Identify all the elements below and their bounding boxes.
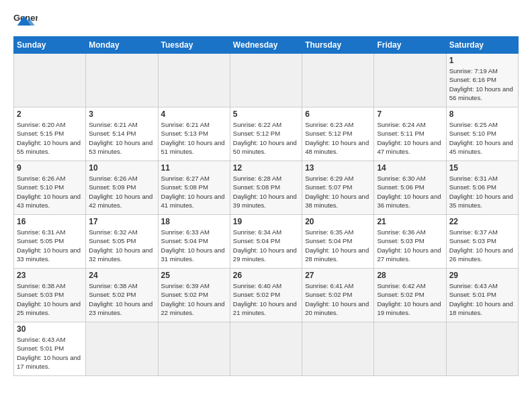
calendar-cell: 2Sunrise: 6:20 AMSunset: 5:15 PMDaylight… <box>14 107 86 161</box>
day-info: Sunrise: 6:39 AMSunset: 5:02 PMDaylight:… <box>161 281 227 317</box>
day-info: Sunrise: 6:26 AMSunset: 5:10 PMDaylight:… <box>17 174 83 210</box>
day-number: 9 <box>17 163 83 173</box>
calendar-cell: 11Sunrise: 6:27 AMSunset: 5:08 PMDayligh… <box>158 161 230 215</box>
calendar-cell: 9Sunrise: 6:26 AMSunset: 5:10 PMDaylight… <box>14 161 86 215</box>
day-number: 29 <box>449 271 515 280</box>
calendar-cell: 22Sunrise: 6:37 AMSunset: 5:03 PMDayligh… <box>446 215 518 269</box>
day-info: Sunrise: 6:43 AMSunset: 5:01 PMDaylight:… <box>17 335 83 371</box>
calendar-cell: 3Sunrise: 6:21 AMSunset: 5:14 PMDaylight… <box>86 107 158 161</box>
calendar-cell: 13Sunrise: 6:29 AMSunset: 5:07 PMDayligh… <box>302 161 374 215</box>
day-of-week-header: Wednesday <box>230 37 302 54</box>
calendar-cell: 24Sunrise: 6:38 AMSunset: 5:02 PMDayligh… <box>86 269 158 322</box>
day-info: Sunrise: 6:37 AMSunset: 5:03 PMDaylight:… <box>449 228 515 263</box>
day-of-week-header: Thursday <box>302 37 374 54</box>
day-info: Sunrise: 6:20 AMSunset: 5:15 PMDaylight:… <box>17 120 83 156</box>
day-info: Sunrise: 6:33 AMSunset: 5:04 PMDaylight:… <box>161 228 227 263</box>
day-info: Sunrise: 6:22 AMSunset: 5:12 PMDaylight:… <box>233 120 299 156</box>
day-number: 11 <box>161 163 227 173</box>
day-info: Sunrise: 6:43 AMSunset: 5:01 PMDaylight:… <box>449 281 515 317</box>
calendar-cell <box>302 54 374 107</box>
calendar-cell <box>230 54 302 107</box>
day-number: 3 <box>89 109 154 119</box>
day-info: Sunrise: 6:32 AMSunset: 5:05 PMDaylight:… <box>89 228 154 263</box>
calendar-cell <box>302 322 374 376</box>
day-info: Sunrise: 6:36 AMSunset: 5:03 PMDaylight:… <box>377 228 443 263</box>
calendar-cell: 30Sunrise: 6:43 AMSunset: 5:01 PMDayligh… <box>14 322 86 376</box>
day-number: 10 <box>89 163 154 173</box>
day-number: 23 <box>17 271 83 280</box>
day-info: Sunrise: 6:31 AMSunset: 5:05 PMDaylight:… <box>17 228 83 263</box>
day-info: Sunrise: 6:35 AMSunset: 5:04 PMDaylight:… <box>305 228 371 263</box>
day-info: Sunrise: 6:21 AMSunset: 5:14 PMDaylight:… <box>89 120 154 156</box>
day-of-week-header: Monday <box>86 37 158 54</box>
day-number: 8 <box>449 109 515 119</box>
calendar-cell <box>446 322 518 376</box>
day-of-week-header: Sunday <box>14 37 86 54</box>
day-info: Sunrise: 6:31 AMSunset: 5:06 PMDaylight:… <box>449 174 515 210</box>
calendar-cell: 10Sunrise: 6:26 AMSunset: 5:09 PMDayligh… <box>86 161 158 215</box>
day-number: 19 <box>233 217 299 226</box>
day-info: Sunrise: 6:38 AMSunset: 5:02 PMDaylight:… <box>89 281 154 317</box>
day-number: 25 <box>161 271 227 280</box>
day-of-week-header: Saturday <box>446 37 518 54</box>
calendar-cell: 1Sunrise: 7:19 AMSunset: 6:16 PMDaylight… <box>446 54 518 107</box>
calendar-cell: 28Sunrise: 6:42 AMSunset: 5:02 PMDayligh… <box>374 269 446 322</box>
calendar-cell: 27Sunrise: 6:41 AMSunset: 5:02 PMDayligh… <box>302 269 374 322</box>
day-info: Sunrise: 6:21 AMSunset: 5:13 PMDaylight:… <box>161 120 227 156</box>
calendar-cell <box>86 54 158 107</box>
day-number: 24 <box>89 271 154 280</box>
logo: General <box>13 11 40 30</box>
calendar-cell <box>230 322 302 376</box>
day-number: 1 <box>449 56 515 65</box>
day-number: 5 <box>233 109 299 119</box>
day-of-week-header: Friday <box>374 37 446 54</box>
calendar-cell: 15Sunrise: 6:31 AMSunset: 5:06 PMDayligh… <box>446 161 518 215</box>
calendar-cell: 4Sunrise: 6:21 AMSunset: 5:13 PMDaylight… <box>158 107 230 161</box>
calendar-cell: 17Sunrise: 6:32 AMSunset: 5:05 PMDayligh… <box>86 215 158 269</box>
day-info: Sunrise: 6:26 AMSunset: 5:09 PMDaylight:… <box>89 174 154 210</box>
day-info: Sunrise: 6:28 AMSunset: 5:08 PMDaylight:… <box>233 174 299 210</box>
calendar-cell: 6Sunrise: 6:23 AMSunset: 5:12 PMDaylight… <box>302 107 374 161</box>
calendar-cell: 29Sunrise: 6:43 AMSunset: 5:01 PMDayligh… <box>446 269 518 322</box>
calendar-cell: 26Sunrise: 6:40 AMSunset: 5:02 PMDayligh… <box>230 269 302 322</box>
day-number: 22 <box>449 217 515 226</box>
day-number: 13 <box>305 163 371 173</box>
calendar-cell: 21Sunrise: 6:36 AMSunset: 5:03 PMDayligh… <box>374 215 446 269</box>
calendar-cell <box>374 54 446 107</box>
day-info: Sunrise: 7:19 AMSunset: 6:16 PMDaylight:… <box>449 66 515 102</box>
calendar-cell <box>86 322 158 376</box>
day-number: 17 <box>89 217 154 226</box>
day-number: 20 <box>305 217 371 226</box>
day-number: 14 <box>377 163 443 173</box>
calendar-cell: 20Sunrise: 6:35 AMSunset: 5:04 PMDayligh… <box>302 215 374 269</box>
calendar-cell <box>158 322 230 376</box>
calendar-cell: 14Sunrise: 6:30 AMSunset: 5:06 PMDayligh… <box>374 161 446 215</box>
day-number: 21 <box>377 217 443 226</box>
day-info: Sunrise: 6:23 AMSunset: 5:12 PMDaylight:… <box>305 120 371 156</box>
calendar-cell: 16Sunrise: 6:31 AMSunset: 5:05 PMDayligh… <box>14 215 86 269</box>
day-number: 7 <box>377 109 443 119</box>
calendar-table: SundayMondayTuesdayWednesdayThursdayFrid… <box>13 36 519 376</box>
calendar-cell: 23Sunrise: 6:38 AMSunset: 5:03 PMDayligh… <box>14 269 86 322</box>
logo-icon: General <box>13 11 38 30</box>
day-number: 30 <box>17 324 83 334</box>
calendar-cell: 5Sunrise: 6:22 AMSunset: 5:12 PMDaylight… <box>230 107 302 161</box>
day-info: Sunrise: 6:27 AMSunset: 5:08 PMDaylight:… <box>161 174 227 210</box>
day-of-week-header: Tuesday <box>158 37 230 54</box>
day-info: Sunrise: 6:25 AMSunset: 5:10 PMDaylight:… <box>449 120 515 156</box>
day-number: 12 <box>233 163 299 173</box>
day-number: 15 <box>449 163 515 173</box>
calendar-cell <box>14 54 86 107</box>
calendar-cell <box>158 54 230 107</box>
calendar-cell: 8Sunrise: 6:25 AMSunset: 5:10 PMDaylight… <box>446 107 518 161</box>
day-info: Sunrise: 6:29 AMSunset: 5:07 PMDaylight:… <box>305 174 371 210</box>
day-number: 18 <box>161 217 227 226</box>
day-number: 26 <box>233 271 299 280</box>
day-info: Sunrise: 6:41 AMSunset: 5:02 PMDaylight:… <box>305 281 371 317</box>
day-info: Sunrise: 6:30 AMSunset: 5:06 PMDaylight:… <box>377 174 443 210</box>
day-info: Sunrise: 6:40 AMSunset: 5:02 PMDaylight:… <box>233 281 299 317</box>
calendar-cell: 19Sunrise: 6:34 AMSunset: 5:04 PMDayligh… <box>230 215 302 269</box>
day-number: 2 <box>17 109 83 119</box>
day-info: Sunrise: 6:38 AMSunset: 5:03 PMDaylight:… <box>17 281 83 317</box>
day-info: Sunrise: 6:24 AMSunset: 5:11 PMDaylight:… <box>377 120 443 156</box>
